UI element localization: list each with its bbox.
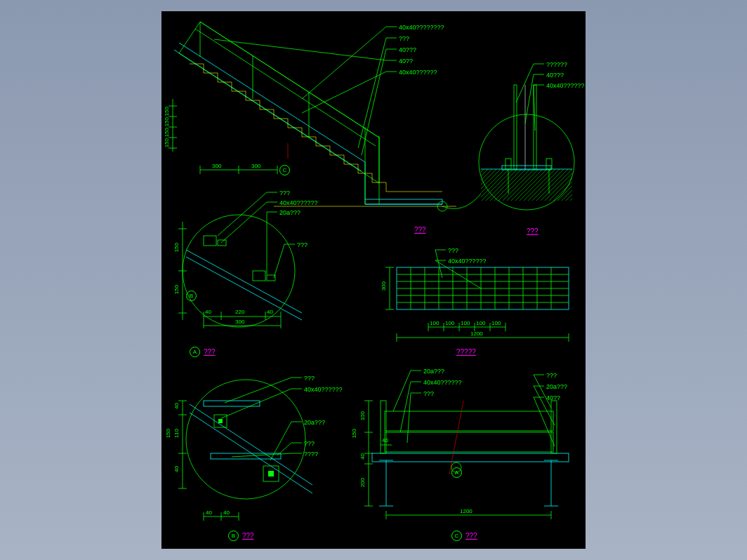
label-c-4: ??? (546, 372, 557, 379)
dim-g-100d: 100 (476, 320, 485, 326)
detail-b (178, 378, 312, 521)
callout-b-ref: B (186, 291, 197, 301)
label-a-2: 40x40?????? (279, 199, 318, 206)
callout-c-main: C (279, 165, 290, 175)
dim-b-40a: 40 (173, 403, 180, 409)
label-main-1: 40x40???????? (399, 24, 444, 31)
section-c (364, 371, 569, 519)
label-main-2: ??? (399, 35, 409, 42)
callout-c: C (451, 531, 462, 541)
dim-b-h40a: 40 (206, 509, 212, 516)
label-b-3: 20a??? (304, 419, 325, 426)
svg-line-95 (449, 401, 463, 474)
dim-150-2: 150 (164, 117, 170, 126)
callout-b: B (228, 531, 239, 541)
label-b-5: ???? (304, 451, 318, 458)
dim-b-40b: 40 (173, 466, 180, 472)
label-a-4: ??? (297, 241, 308, 248)
label-c-3: ??? (423, 390, 434, 397)
dim-c-h40: 40 (382, 437, 388, 444)
label-a-1: ??? (279, 189, 290, 196)
dim-a-40b: 40 (267, 309, 273, 315)
svg-rect-21 (514, 85, 517, 169)
label-c-6: 40?? (546, 394, 560, 401)
label-main-5: 40x40?????? (399, 69, 437, 76)
dim-150-4: 150 (164, 138, 170, 147)
label-a-3: 20a??? (279, 209, 300, 216)
dim-a-150a: 150 (173, 243, 180, 252)
label-c-1: 20a??? (423, 368, 444, 375)
label-main-3: 40??? (399, 46, 416, 53)
label-ctop-3: 40x40?????? (546, 82, 585, 89)
svg-rect-93 (381, 401, 386, 453)
svg-rect-32 (253, 271, 265, 281)
dim-a-300: 300 (235, 319, 244, 325)
dim-150-1: 150 (164, 107, 170, 116)
title-grate: ????? (456, 348, 476, 356)
dim-c-100: 100 (359, 411, 366, 420)
drawing-svg (161, 11, 586, 549)
label-b-2: 40x40?????? (304, 386, 343, 393)
dim-150-3: 150 (164, 128, 170, 137)
svg-rect-94 (551, 401, 557, 453)
label-ctop-1: ?????? (546, 61, 567, 68)
svg-rect-91 (385, 411, 553, 431)
dim-a-150b: 150 (173, 285, 180, 294)
title-a: ??? (204, 348, 216, 356)
cad-drawing-canvas: 40x40???????? ??? 40??? 40?? 40x40??????… (161, 11, 586, 549)
svg-marker-19 (481, 169, 572, 201)
dim-g-100b: 100 (445, 320, 454, 326)
label-main-4: 40?? (399, 58, 413, 65)
svg-rect-77 (218, 419, 223, 423)
svg-rect-25 (505, 159, 511, 169)
label-g-2: 40x40?????? (448, 258, 487, 265)
svg-rect-80 (268, 471, 274, 476)
title-c: ??? (465, 532, 477, 540)
label-ctop-2: 40??? (546, 72, 564, 79)
dim-g-1200: 1200 (470, 331, 483, 337)
dim-300a: 300 (212, 163, 221, 169)
dim-b-110: 110 (173, 429, 180, 438)
dim-g-100c: 100 (461, 320, 470, 326)
label-c-2: 40x40?????? (423, 379, 462, 386)
callout-a: A (190, 347, 200, 357)
dim-a-40a: 40 (205, 309, 211, 315)
svg-point-74 (186, 380, 305, 499)
svg-rect-30 (204, 236, 216, 246)
dim-a-220: 220 (235, 309, 244, 315)
title-b: ??? (242, 532, 254, 540)
dim-g-100e: 100 (491, 320, 501, 326)
dim-c-1200: 1200 (460, 508, 472, 514)
label-b-1: ??? (304, 375, 315, 382)
dim-g-100a: 100 (430, 320, 439, 326)
dim-g-300: 300 (381, 281, 387, 291)
label-b-4: ??? (304, 440, 315, 447)
label-g-1: ??? (448, 247, 458, 254)
svg-marker-0 (179, 22, 379, 183)
dim-300b: 300 (251, 163, 260, 169)
dim-c-200: 200 (359, 478, 366, 487)
title-ctop: ??? (527, 227, 538, 235)
label-c-5: 20a??? (546, 383, 567, 390)
svg-rect-92 (385, 432, 553, 452)
dim-b-h40b: 40 (223, 509, 230, 516)
callout-a-ref: A (451, 467, 462, 478)
svg-rect-90 (372, 453, 569, 462)
dim-c-40: 40 (359, 453, 366, 460)
svg-rect-31 (218, 240, 226, 246)
dim-b-150: 150 (165, 429, 171, 438)
title-main: ??? (414, 226, 426, 234)
dim-c-150: 150 (351, 429, 357, 438)
